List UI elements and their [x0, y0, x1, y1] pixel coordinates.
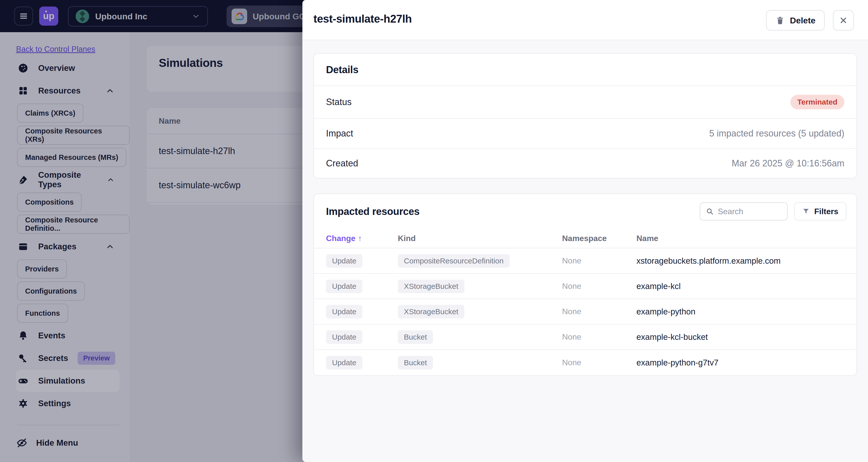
trash-icon — [775, 16, 785, 25]
change-badge: Update — [326, 356, 363, 370]
close-panel-button[interactable] — [833, 10, 854, 31]
panel-title: test-simulate-h27lh — [313, 12, 412, 25]
name-cell: example-kcl-bucket — [637, 332, 844, 342]
namespace-cell: None — [562, 256, 637, 265]
search-input[interactable] — [718, 207, 782, 216]
change-badge: Update — [326, 280, 363, 293]
detail-row-impact: Impact 5 impacted resources (5 updated) — [314, 119, 857, 149]
close-icon — [839, 16, 848, 25]
detail-row-status: Status Terminated — [314, 86, 857, 119]
sort-asc-icon: ↑ — [358, 234, 362, 243]
kind-badge: XStorageBucket — [398, 305, 464, 318]
impacted-resources-card: Impacted resources Filters Change↑ — [313, 194, 857, 376]
name-cell: example-python — [637, 307, 844, 316]
name-cell: xstoragebuckets.platform.example.com — [637, 256, 844, 266]
search-icon — [706, 207, 714, 215]
impact-label: Impact — [326, 128, 353, 139]
status-label: Status — [326, 97, 352, 107]
created-label: Created — [326, 158, 358, 169]
namespace-cell: None — [562, 358, 637, 367]
filters-button[interactable]: Filters — [794, 202, 846, 221]
status-badge: Terminated — [790, 95, 844, 109]
simulation-detail-panel: test-simulate-h27lh Delete Details Statu… — [302, 0, 868, 462]
impacted-row: Update Bucket None example-kcl-bucket — [314, 324, 857, 350]
change-badge: Update — [326, 330, 363, 344]
kind-badge: CompositeResourceDefinition — [398, 254, 509, 268]
impacted-header-row: Impacted resources Filters — [314, 194, 857, 229]
namespace-cell: None — [562, 307, 637, 316]
detail-row-created: Created Mar 26 2025 @ 10:16:56am — [314, 149, 857, 178]
name-cell: example-kcl — [637, 282, 844, 291]
name-cell: example-python-g7tv7 — [637, 358, 844, 368]
column-header-kind[interactable]: Kind — [398, 234, 562, 243]
namespace-cell: None — [562, 332, 637, 342]
details-heading-row: Details — [314, 54, 857, 86]
delete-label: Delete — [790, 16, 815, 25]
impacted-row: Update CompositeResourceDefinition None … — [314, 248, 857, 274]
impacted-table-header: Change↑ Kind Namespace Name — [314, 229, 857, 248]
namespace-cell: None — [562, 282, 637, 291]
panel-header: test-simulate-h27lh Delete — [302, 0, 868, 40]
impact-value: 5 impacted resources (5 updated) — [709, 128, 844, 139]
details-card: Details Status Terminated Impact 5 impac… — [313, 53, 857, 178]
created-value: Mar 26 2025 @ 10:16:56am — [732, 158, 844, 169]
details-heading: Details — [326, 64, 359, 76]
delete-button[interactable]: Delete — [766, 10, 825, 31]
impacted-heading: Impacted resources — [326, 206, 420, 217]
impacted-row: Update XStorageBucket None example-pytho… — [314, 299, 857, 324]
column-header-change[interactable]: Change↑ — [326, 234, 398, 243]
kind-badge: Bucket — [398, 330, 433, 344]
app-window: up Upbound Inc Upbound GCP U Back to Con… — [0, 0, 868, 462]
change-badge: Update — [326, 254, 363, 268]
impacted-row: Update XStorageBucket None example-kcl — [314, 274, 857, 299]
kind-badge: XStorageBucket — [398, 280, 464, 293]
filter-funnel-icon — [802, 208, 810, 215]
column-header-namespace[interactable]: Namespace — [562, 234, 637, 243]
kind-badge: Bucket — [398, 356, 433, 370]
column-header-name[interactable]: Name — [637, 234, 844, 243]
search-box[interactable] — [700, 202, 787, 221]
change-badge: Update — [326, 305, 363, 318]
impacted-row: Update Bucket None example-python-g7tv7 — [314, 350, 857, 375]
filters-label: Filters — [814, 207, 838, 216]
